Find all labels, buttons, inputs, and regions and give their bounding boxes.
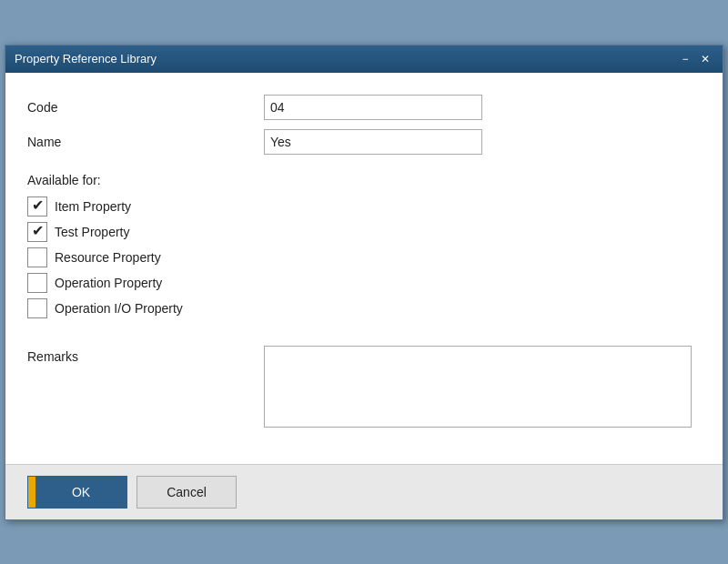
remarks-section: Remarks	[27, 346, 701, 428]
test-property-checkmark: ✔	[32, 224, 44, 238]
test-property-checkbox[interactable]: ✔	[27, 222, 47, 242]
item-property-label: Item Property	[55, 199, 131, 214]
resource-property-label: Resource Property	[55, 250, 161, 265]
resource-property-checkbox[interactable]	[27, 247, 47, 267]
operation-property-checkbox[interactable]	[27, 273, 47, 293]
window-content: Code Name Available for: ✔ Item Property…	[5, 73, 723, 464]
available-for-label: Available for:	[27, 173, 701, 187]
remarks-label: Remarks	[27, 346, 264, 364]
ok-button-accent	[28, 477, 35, 508]
cancel-button[interactable]: Cancel	[136, 476, 237, 509]
title-bar: Property Reference Library − ✕	[5, 45, 723, 73]
operation-io-property-row: Operation I/O Property	[27, 298, 701, 318]
close-button[interactable]: ✕	[697, 51, 713, 67]
remarks-textarea[interactable]	[264, 346, 692, 428]
property-reference-library-window: Property Reference Library − ✕ Code Name…	[5, 45, 723, 520]
ok-button-label: OK	[35, 477, 126, 508]
button-bar: OK Cancel	[5, 464, 723, 519]
operation-io-property-label: Operation I/O Property	[55, 301, 183, 316]
item-property-checkmark: ✔	[32, 198, 44, 213]
code-row: Code	[27, 95, 701, 120]
test-property-label: Test Property	[55, 225, 129, 239]
code-input[interactable]	[264, 95, 482, 120]
operation-property-label: Operation Property	[55, 276, 162, 290]
name-input[interactable]	[264, 129, 482, 155]
ok-button[interactable]: OK	[27, 476, 127, 509]
name-label: Name	[27, 135, 264, 149]
test-property-row: ✔ Test Property	[27, 222, 701, 242]
item-property-checkbox[interactable]: ✔	[27, 196, 47, 217]
item-property-row: ✔ Item Property	[27, 196, 701, 217]
minimize-button[interactable]: −	[677, 51, 693, 67]
operation-property-row: Operation Property	[27, 273, 701, 293]
operation-io-property-checkbox[interactable]	[27, 298, 47, 318]
resource-property-row: Resource Property	[27, 247, 701, 267]
window-title: Property Reference Library	[15, 52, 157, 65]
name-row: Name	[27, 129, 701, 155]
title-bar-controls: − ✕	[677, 51, 713, 67]
code-label: Code	[27, 100, 264, 115]
